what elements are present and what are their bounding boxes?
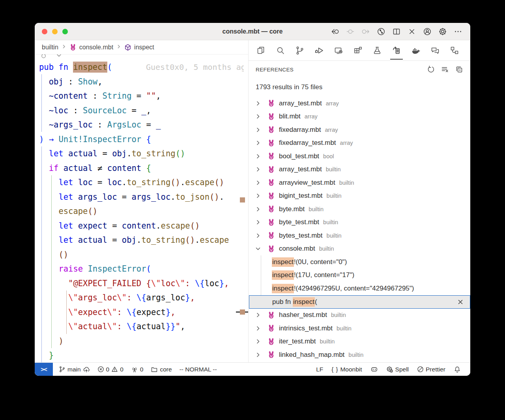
reference-match-row[interactable]: pub fn inspect(	[249, 295, 470, 309]
zoom-window-button[interactable]	[62, 29, 68, 34]
navigate-forward-icon[interactable]	[361, 27, 370, 36]
run-debug-icon[interactable]	[312, 41, 327, 60]
overview-ruler-marker[interactable]	[240, 197, 245, 202]
code-line[interactable]: }	[39, 348, 248, 362]
reference-file-row[interactable]: bigint_test.mbt builtin	[249, 189, 470, 203]
moonbit-file-icon	[267, 338, 275, 345]
navigate-back-icon[interactable]	[331, 27, 339, 36]
code-line[interactable]: ()	[39, 248, 248, 262]
match-text: (	[315, 298, 317, 306]
clear-results-icon[interactable]	[441, 66, 449, 73]
search-icon[interactable]	[273, 41, 288, 60]
code-line[interactable]: let actual = obj.to_string()	[39, 146, 248, 161]
chevron-right-icon	[255, 100, 261, 107]
code-line[interactable]: let expect = content.escape()	[39, 219, 248, 233]
reference-file-row[interactable]: fixedarray_test.mbt array	[249, 137, 470, 150]
reference-group-row[interactable]: console.mbt builtin	[249, 242, 470, 256]
hierarchy-icon[interactable]	[447, 41, 462, 60]
code-line[interactable]: ) → Unit!InspectError {	[39, 132, 248, 147]
code-line[interactable]: ~content : String = "",	[39, 89, 248, 103]
more-actions-icon[interactable]	[454, 27, 462, 36]
file-name: console.mbt	[279, 245, 315, 253]
reference-file-row[interactable]: fixedarray.mbt array	[249, 123, 470, 137]
circle-nav-icon[interactable]	[346, 27, 355, 36]
file-scope: array	[325, 127, 338, 133]
extensions-icon[interactable]	[350, 41, 365, 60]
reference-file-row[interactable]: bool_test.mbt bool	[249, 150, 470, 163]
vim-mode-indicator[interactable]: -- NORMAL --	[180, 366, 217, 373]
code-line[interactable]: let args_loc = args_loc.to_json().	[39, 190, 248, 204]
close-window-button[interactable]	[42, 29, 47, 34]
dismiss-reference-button[interactable]	[457, 299, 464, 305]
breadcrumb-root[interactable]: builtin	[42, 44, 58, 51]
code-line[interactable]: "@EXPECT_FAILED {\"loc\": \{loc},	[39, 276, 248, 291]
remote-explorer-icon[interactable]	[331, 41, 346, 60]
code-line[interactable]: \"actual\": \{actual}}",	[39, 319, 248, 334]
reference-file-row[interactable]: array_test.mbt array	[249, 97, 470, 110]
reference-file-row[interactable]: array_test.mbt builtin	[249, 163, 470, 176]
code-line[interactable]: obj : Show,	[39, 75, 248, 89]
vscode-window: console.mbt — core	[35, 23, 470, 376]
code-line[interactable]: let loc = loc.to_string().escape()	[39, 175, 248, 190]
split-editor-icon[interactable]	[392, 27, 401, 36]
reference-match-row[interactable]: inspect!(17U, content="17")	[261, 269, 470, 282]
testing-icon[interactable]	[370, 41, 385, 60]
account-icon[interactable]	[423, 27, 432, 36]
code-line[interactable]: let actual = obj.to_string().escape	[39, 233, 248, 248]
problems-status[interactable]: 0 0	[97, 366, 123, 373]
reference-file-row[interactable]: hasher_test.mbt builtin	[249, 309, 470, 322]
warning-count: 0	[120, 366, 123, 373]
file-scope: array	[326, 100, 339, 107]
branch-status[interactable]: main	[59, 366, 90, 373]
source-control-icon[interactable]	[292, 41, 307, 60]
ports-status[interactable]: 0	[131, 366, 144, 373]
minimize-window-button[interactable]	[52, 29, 58, 34]
folder-icon	[151, 366, 158, 373]
reference-match-row[interactable]: inspect!(4294967295U, content="429496729…	[261, 282, 470, 295]
prettier-status[interactable]: Prettier	[417, 366, 445, 373]
remote-indicator[interactable]: ><	[35, 363, 53, 376]
notifications-bell[interactable]	[454, 366, 461, 373]
collapse-all-icon[interactable]	[455, 66, 463, 73]
code-line[interactable]: ~loc : SourceLoc = _,	[39, 103, 248, 118]
code-line[interactable]: raise InspectError(	[39, 262, 248, 276]
comments-icon[interactable]	[428, 41, 443, 60]
overview-ruler-marker[interactable]	[240, 309, 245, 315]
code-line[interactable]: )	[39, 334, 248, 349]
language-mode[interactable]: { } Moonbit	[331, 366, 362, 373]
breadcrumb-file[interactable]: console.mbt	[79, 44, 113, 51]
code-line[interactable]: \"expect\": \{expect},	[39, 305, 248, 320]
code-line[interactable]: if actual ≠ content {	[39, 161, 248, 176]
code-line[interactable]: \"args_loc\": \{args_loc},	[39, 291, 248, 305]
refresh-icon[interactable]	[427, 66, 435, 73]
reference-file-row[interactable]: linked_hash_map.mbt builtin	[249, 348, 470, 362]
moonbit-file-icon	[267, 205, 275, 213]
spell-checker-status[interactable]: Spell	[386, 366, 409, 373]
reference-file-row[interactable]: arrayview_test.mbt builtin	[249, 176, 470, 189]
workspace-status[interactable]: core	[151, 366, 172, 373]
reference-file-row[interactable]: blit.mbt array	[249, 110, 470, 124]
settings-gear-icon[interactable]	[438, 27, 447, 36]
reference-match-row[interactable]: inspect!(0U, content="0")	[261, 255, 470, 269]
code-line[interactable]: escape()	[39, 204, 248, 219]
broadcast-icon	[131, 366, 138, 373]
breadcrumb-symbol[interactable]: inspect	[134, 44, 154, 51]
title-actions	[331, 27, 470, 36]
code-line[interactable]: ~args_loc : ArgsLoc = _	[39, 118, 248, 132]
run-task-icon[interactable]	[377, 27, 385, 36]
reference-file-row[interactable]: bytes_test.mbt builtin	[249, 229, 470, 242]
eol-indicator[interactable]: LF	[316, 366, 323, 373]
docker-icon[interactable]	[408, 41, 423, 60]
copilot-status[interactable]	[370, 366, 378, 373]
close-panel-icon[interactable]	[408, 27, 416, 36]
code-editor[interactable]: pub fn inspect( obj : Show, ~content : S…	[35, 54, 248, 362]
reference-file-row[interactable]: byte_test.mbt builtin	[249, 216, 470, 229]
reference-file-row[interactable]: iter_test.mbt builtin	[249, 335, 470, 349]
explorer-icon[interactable]	[254, 41, 269, 60]
reference-file-row[interactable]: byte.mbt builtin	[249, 202, 470, 216]
file-name: arrayview_test.mbt	[279, 179, 335, 187]
file-name: blit.mbt	[279, 112, 301, 120]
reference-file-row[interactable]: intrinsics_test.mbt builtin	[249, 322, 470, 335]
references-icon[interactable]	[389, 41, 404, 60]
references-tree: array_test.mbt array blit.mbt array fixe…	[249, 97, 470, 362]
